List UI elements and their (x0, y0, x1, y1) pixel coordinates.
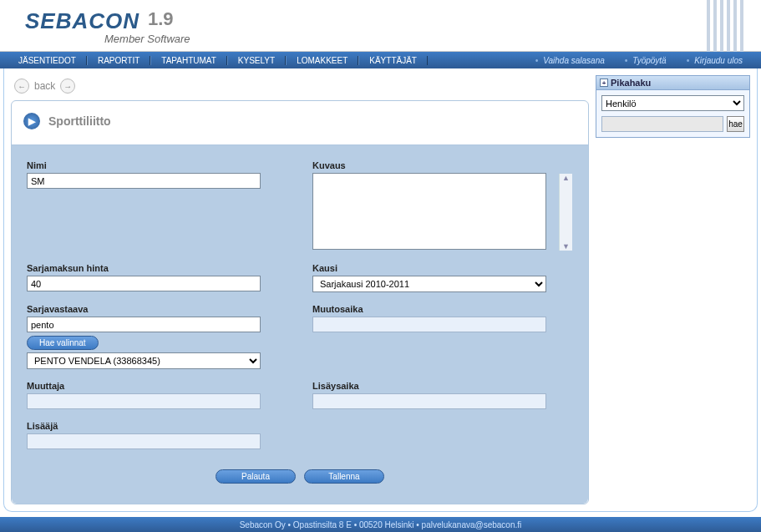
sarjavastaava-input[interactable] (27, 317, 261, 332)
nav-logout[interactable]: Kirjaudu ulos (677, 56, 753, 65)
sarjavastaava-label: Sarjavastaava (27, 304, 287, 314)
sarjamaksu-label: Sarjamaksun hinta (27, 263, 287, 273)
nav-desktop[interactable]: Työpöytä (615, 56, 677, 65)
header-decor (707, 0, 757, 52)
field-sarjamaksu: Sarjamaksun hinta (27, 263, 287, 292)
quicksearch-go-button[interactable]: hae (727, 116, 744, 132)
form-card: ▶ Sporttiliitto Nimi Kuvaus ▲▼ (11, 100, 589, 504)
footer-email: palvelukanava@sebacon.fi (422, 520, 522, 529)
footer-company: Sebacon Oy (240, 520, 286, 529)
lisaaja-value (27, 433, 261, 449)
nimi-label: Nimi (27, 160, 287, 170)
brand-version: 1.9 (148, 8, 174, 30)
field-muutosaika: Muutosaika (312, 304, 573, 369)
muutosaika-value (312, 317, 546, 332)
nav-raportit[interactable]: RAPORTIT (87, 56, 150, 65)
app-header: SEBACON 1.9 Member Software (0, 0, 761, 52)
save-button[interactable]: Tallenna (304, 469, 384, 484)
arrow-right-icon: ▶ (23, 113, 40, 129)
kausi-label: Kausi (312, 263, 573, 273)
nav-kayttajat[interactable]: KÄYTTÄJÄT (358, 56, 428, 65)
field-sarjavastaava: Sarjavastaava Hae valinnat PENTO VENDELA… (27, 304, 287, 369)
back-label[interactable]: back (34, 80, 55, 92)
brand-subtitle: Member Software (104, 33, 190, 45)
field-lisaaja: Lisääjä (27, 421, 287, 449)
field-kausi: Kausi Sarjakausi 2010-2011 (312, 263, 573, 292)
lisaysaika-value (312, 393, 546, 409)
kausi-select[interactable]: Sarjakausi 2010-2011 (312, 276, 546, 292)
hae-valinnat-button[interactable]: Hae valinnat (27, 336, 99, 350)
sarjamaksu-input[interactable] (27, 276, 261, 291)
brand-logo: SEBACON 1.9 (25, 8, 190, 34)
footer-postal: 00520 Helsinki (359, 520, 414, 529)
kuvaus-label: Kuvaus (312, 160, 573, 170)
main-nav: JÄSENTIEDOT RAPORTIT TAPAHTUMAT KYSELYT … (0, 52, 761, 68)
field-lisaysaika: Lisäysaika (312, 381, 573, 409)
field-nimi: Nimi (27, 160, 287, 251)
nimi-input[interactable] (27, 173, 261, 189)
expand-icon[interactable]: + (600, 79, 608, 87)
quicksearch-type-select[interactable]: Henkilö (601, 95, 744, 111)
field-kuvaus: Kuvaus ▲▼ (312, 160, 573, 251)
quicksearch-panel: + Pikahaku Henkilö hae (596, 75, 750, 138)
muuttaja-value (27, 393, 261, 409)
kuvaus-input[interactable] (312, 173, 546, 250)
nav-jasentiedot[interactable]: JÄSENTIEDOT (8, 56, 87, 65)
quicksearch-title: Pikahaku (611, 78, 651, 88)
breadcrumb: ← back → (11, 75, 589, 100)
quicksearch-input[interactable] (601, 116, 723, 132)
nav-kyselyt[interactable]: KYSELYT (227, 56, 286, 65)
footer-address: Opastinsilta 8 E (293, 520, 352, 529)
muuttaja-label: Muuttaja (27, 381, 287, 391)
lisaysaika-label: Lisäysaika (312, 381, 573, 391)
back-arrow-right-icon[interactable]: → (60, 79, 75, 94)
sarjavastaava-select[interactable]: PENTO VENDELA (33868345) (27, 352, 261, 369)
back-arrow-left-icon[interactable]: ← (14, 79, 29, 94)
brand-name: SEBACON (25, 8, 140, 34)
page-title: Sporttiliitto (48, 114, 111, 128)
nav-tapahtumat[interactable]: TAPAHTUMAT (150, 56, 227, 65)
field-muuttaja: Muuttaja (27, 381, 287, 409)
nav-lomakkeet[interactable]: LOMAKKEET (286, 56, 358, 65)
scrollbar[interactable]: ▲▼ (559, 174, 572, 251)
muutosaika-label: Muutosaika (312, 304, 573, 314)
footer: Sebacon Oy • Opastinsilta 8 E • 00520 He… (0, 517, 761, 532)
lisaaja-label: Lisääjä (27, 421, 287, 431)
nav-change-password[interactable]: Vaihda salasana (525, 56, 615, 65)
reset-button[interactable]: Palauta (216, 469, 296, 484)
